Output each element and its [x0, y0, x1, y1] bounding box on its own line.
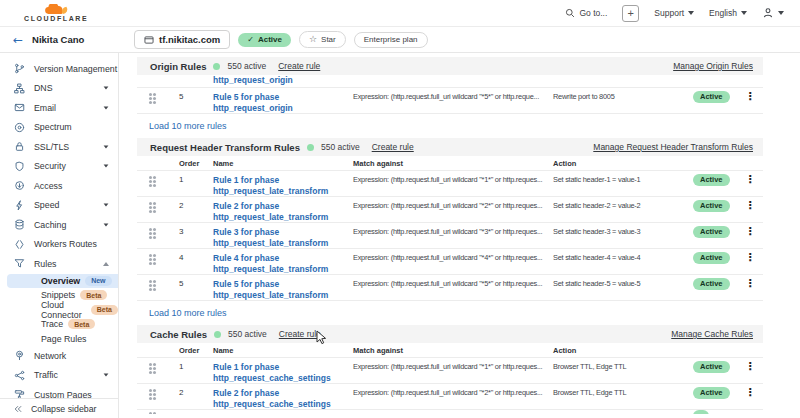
- rule-name-link[interactable]: Rule 2 for phase http_request_cache_sett…: [213, 388, 353, 410]
- domain-selector[interactable]: tf.nikitac.com: [134, 30, 230, 49]
- manage-transform-rules-link[interactable]: Manage Request Header Transform Rules: [593, 142, 753, 152]
- rule-order: 3: [179, 227, 213, 236]
- status-badge: Active: [693, 174, 730, 186]
- sidebar-item-access[interactable]: Access: [0, 176, 118, 196]
- chevron-down-icon: [688, 11, 694, 15]
- rule-name-link[interactable]: Rule 1 for phase http_request_cache_sett…: [213, 362, 353, 384]
- kebab-menu-icon[interactable]: ⋮: [745, 253, 756, 263]
- rule-name-line1: Rule 4 for phase: [213, 253, 353, 264]
- support-menu[interactable]: Support: [654, 8, 694, 18]
- drag-handle-icon[interactable]: [149, 412, 152, 414]
- table-row: 3 Rule 3 for phase http_request_late_tra…: [137, 223, 763, 249]
- drag-handle-icon[interactable]: [149, 280, 152, 283]
- drag-handle-icon[interactable]: [149, 202, 152, 205]
- rule-name-line2: http_request_late_transform: [213, 238, 353, 249]
- sidebar-item-rules-cloud-connector[interactable]: Cloud Connector Beta: [0, 303, 118, 318]
- sidebar-subitem-label: Overview: [41, 276, 80, 286]
- load-more-row: Load 10 more rules: [137, 301, 763, 325]
- rule-name-link[interactable]: Rule 3 for phase http_request_late_trans…: [213, 227, 353, 249]
- rule-name-line1: Rule 1 for phase: [213, 362, 353, 373]
- cloudflare-cloud-icon: [43, 4, 69, 14]
- sidebar-item-email[interactable]: Email: [0, 98, 118, 118]
- request-header-transform-rules-section: Request Header Transform Rules 550 activ…: [137, 138, 763, 325]
- rule-name-link[interactable]: Rule 1 for phase http_request_late_trans…: [213, 175, 353, 197]
- sidebar-item-workers-routes[interactable]: Workers Routes: [0, 235, 118, 255]
- rule-name-line2: http_request_origin: [213, 103, 353, 114]
- rule-name-link[interactable]: http_request_origin: [213, 75, 353, 86]
- sidebar-subitem-label: Cloud Connector: [41, 300, 86, 320]
- drag-handle-icon[interactable]: [149, 363, 152, 366]
- load-more-link[interactable]: Load 10 more rules: [149, 308, 227, 318]
- create-rule-link[interactable]: Create rule: [278, 61, 320, 71]
- status-badge: [693, 410, 709, 414]
- sidebar-item-security[interactable]: Security: [0, 157, 118, 177]
- rule-name-line2: http_request_cache_settings: [213, 399, 353, 410]
- sidebar-item-rules-overview[interactable]: Overview New: [7, 274, 118, 289]
- table-row-partial: http_request_origin: [137, 75, 763, 88]
- create-rule-link[interactable]: Create rule: [372, 142, 414, 152]
- sidebar-subitem-label: Snippets: [41, 290, 75, 300]
- user-icon: [762, 7, 774, 19]
- sidebar-item-caching[interactable]: Caching: [0, 215, 118, 235]
- sidebar-item-version-management[interactable]: Version Management: [0, 59, 118, 79]
- drag-handle-icon[interactable]: [149, 254, 152, 257]
- collapse-sidebar-button[interactable]: Collapse sidebar: [0, 398, 118, 418]
- sidebar-item-traffic[interactable]: Traffic: [0, 366, 118, 386]
- rule-name-line1: Rule 2 for phase: [213, 388, 353, 399]
- sidebar-item-dns[interactable]: DNS: [0, 79, 118, 99]
- drag-handle-icon[interactable]: [149, 228, 152, 231]
- drag-handle-icon[interactable]: [149, 93, 152, 96]
- double-chevron-left-icon: [13, 404, 23, 414]
- kebab-menu-icon[interactable]: ⋮: [745, 227, 756, 237]
- star-button[interactable]: ☆ Star: [299, 31, 346, 48]
- add-site-button[interactable]: +: [622, 5, 639, 22]
- sidebar-item-label: SSL/TLS: [34, 142, 95, 152]
- active-dot-icon: [213, 63, 220, 70]
- language-label: English: [709, 8, 737, 18]
- kebab-menu-icon[interactable]: ⋮: [745, 92, 756, 102]
- table-row: 4 Rule 4 for phase http_request_late_tra…: [137, 249, 763, 275]
- funnel-icon: [13, 258, 26, 269]
- table-column-headers: Order Name Match against Action: [137, 156, 763, 171]
- status-badge: Active: [693, 278, 730, 290]
- sidebar-item-rules[interactable]: Rules: [0, 254, 118, 274]
- sidebar-item-ssl-tls[interactable]: SSL/TLS: [0, 137, 118, 157]
- manage-cache-rules-link[interactable]: Manage Cache Rules: [671, 329, 753, 339]
- site-icon: [144, 35, 154, 45]
- rule-order: 1: [179, 175, 213, 184]
- rule-name-link[interactable]: Rule 2 for phase http_request_late_trans…: [213, 201, 353, 223]
- table-row: 2 Rule 2 for phase http_request_late_tra…: [137, 197, 763, 223]
- load-more-link[interactable]: Load 10 more rules: [149, 121, 227, 131]
- manage-origin-rules-link[interactable]: Manage Origin Rules: [673, 61, 753, 71]
- database-icon: [13, 219, 26, 230]
- chevron-down-icon: [104, 223, 109, 226]
- create-rule-link[interactable]: Create rule: [279, 329, 321, 339]
- column-name: Name: [213, 159, 353, 168]
- kebab-menu-icon[interactable]: ⋮: [745, 201, 756, 211]
- language-menu[interactable]: English: [709, 8, 747, 18]
- kebab-menu-icon[interactable]: ⋮: [745, 362, 756, 372]
- rule-name-line1: Rule 5 for phase: [213, 92, 353, 103]
- drag-handle-icon[interactable]: [149, 389, 152, 392]
- sidebar-item-speed[interactable]: Speed: [0, 196, 118, 216]
- rule-order: 1: [179, 362, 213, 371]
- rule-name-link[interactable]: Rule 5 for phase http_request_origin: [213, 92, 353, 114]
- rule-name-link[interactable]: Rule 4 for phase http_request_late_trans…: [213, 253, 353, 275]
- sidebar-item-network[interactable]: Network: [0, 346, 118, 366]
- cloudflare-logo[interactable]: CLOUDFLARE: [24, 4, 88, 22]
- share-split-icon: [13, 370, 26, 381]
- kebab-menu-icon[interactable]: ⋮: [745, 279, 756, 289]
- global-search[interactable]: Go to...: [565, 8, 607, 18]
- back-arrow-icon[interactable]: ←: [13, 34, 23, 46]
- sidebar-item-rules-page-rules[interactable]: Page Rules: [0, 332, 118, 347]
- section-title: Cache Rules: [150, 329, 207, 340]
- kebab-menu-icon[interactable]: ⋮: [745, 388, 756, 398]
- plus-icon: +: [628, 7, 634, 19]
- sidebar-item-rules-trace[interactable]: Trace Beta: [0, 317, 118, 332]
- rule-name-link[interactable]: Rule 5 for phase http_request_late_trans…: [213, 279, 353, 301]
- sidebar-item-spectrum[interactable]: Spectrum: [0, 118, 118, 138]
- account-menu[interactable]: [762, 7, 784, 19]
- column-order: Order: [179, 159, 213, 168]
- drag-handle-icon[interactable]: [149, 176, 152, 179]
- kebab-menu-icon[interactable]: ⋮: [745, 175, 756, 185]
